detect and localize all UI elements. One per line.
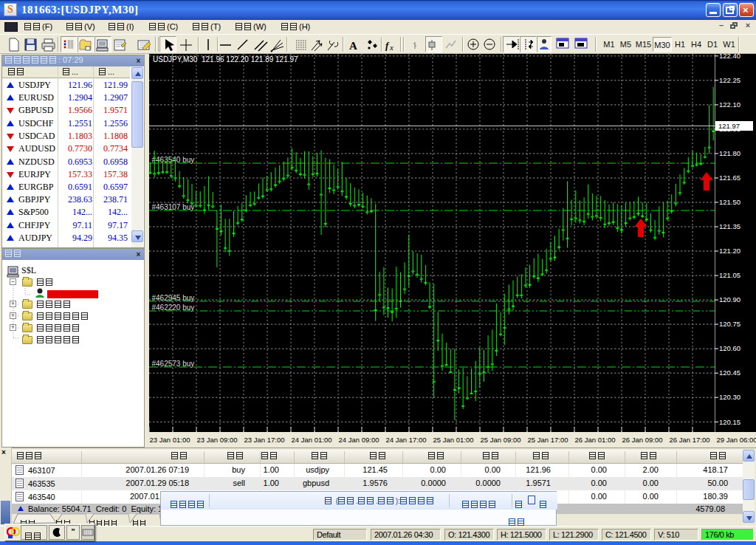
svg-text:120.15: 120.15 [719, 418, 740, 426]
svg-text:23 Jan 01:00: 23 Jan 01:00 [150, 436, 190, 444]
svg-text:x: x [389, 43, 394, 52]
svg-text:121.97: 121.97 [718, 122, 740, 130]
svg-text:121.80: 121.80 [719, 149, 740, 157]
svg-text:26 Jan 17:00: 26 Jan 17:00 [670, 436, 710, 444]
svg-text:120.75: 120.75 [719, 320, 740, 328]
svg-text:121.20: 121.20 [719, 247, 740, 255]
svg-text:121.50: 121.50 [719, 198, 740, 206]
svg-text:121.35: 121.35 [719, 222, 740, 230]
svg-text:#463107 buy: #463107 buy [152, 203, 195, 211]
svg-text:29 Jan 06:00: 29 Jan 06:00 [717, 436, 756, 444]
svg-text:25 Jan 17:00: 25 Jan 17:00 [528, 436, 568, 444]
svg-text:120.45: 120.45 [719, 369, 740, 377]
svg-text:#462220 buy: #462220 buy [152, 304, 195, 312]
svg-text:24 Jan 09:00: 24 Jan 09:00 [339, 436, 379, 444]
svg-text:23 Jan 17:00: 23 Jan 17:00 [244, 436, 285, 444]
svg-text:121.65: 121.65 [719, 174, 740, 182]
svg-text:24 Jan 01:00: 24 Jan 01:00 [292, 436, 332, 444]
svg-text:26 Jan 09:00: 26 Jan 09:00 [622, 436, 663, 444]
svg-text:122.25: 122.25 [719, 76, 740, 84]
svg-text:#463540 buy: #463540 buy [152, 156, 195, 164]
svg-text:25 Jan 01:00: 25 Jan 01:00 [433, 436, 474, 444]
svg-text:120.60: 120.60 [719, 344, 740, 352]
svg-text:120.90: 120.90 [719, 295, 740, 304]
svg-text:USDJPY,M30 121.96 122.20 121.: USDJPY,M30 121.96 122.20 121.89 121.97 [153, 55, 298, 64]
svg-text:26 Jan 01:00: 26 Jan 01:00 [575, 436, 616, 444]
svg-text:#462573 buy: #462573 buy [152, 360, 195, 368]
svg-text:23 Jan 09:00: 23 Jan 09:00 [197, 436, 238, 444]
svg-text:24 Jan 17:00: 24 Jan 17:00 [386, 436, 427, 444]
svg-text:25 Jan 09:00: 25 Jan 09:00 [481, 436, 521, 444]
svg-text:122.10: 122.10 [719, 100, 740, 109]
svg-text:120.30: 120.30 [719, 393, 740, 401]
svg-text:A: A [349, 40, 357, 52]
svg-text:121.05: 121.05 [719, 271, 740, 279]
svg-text:#462945 buy: #462945 buy [152, 294, 195, 302]
